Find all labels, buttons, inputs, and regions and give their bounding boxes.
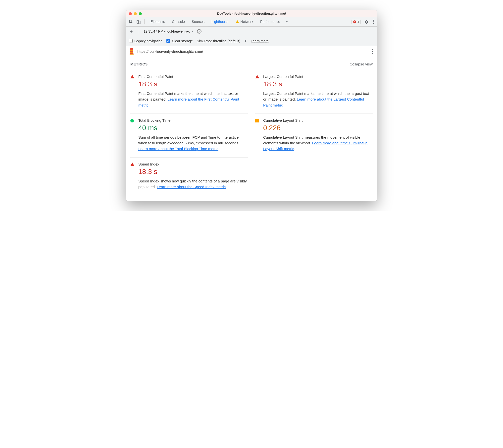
metric-title: Cumulative Layout Shift	[263, 118, 373, 122]
url-row: https://foul-heavenly-direction.glitch.m…	[126, 46, 377, 57]
pass-icon	[130, 119, 134, 122]
average-icon	[255, 119, 259, 122]
clear-storage-label: Clear storage	[172, 39, 193, 43]
devtools-window: DevTools - foul-heavenly-direction.glitc…	[126, 10, 377, 201]
panel-tabs: Elements Console Sources Lighthouse Netw…	[147, 17, 290, 26]
metric-value: 18.3 s	[138, 80, 248, 88]
main-toolbar: Elements Console Sources Lighthouse Netw…	[126, 17, 377, 27]
warning-icon	[236, 20, 239, 23]
legacy-navigation-checkbox[interactable]: Legacy navigation	[129, 39, 162, 43]
device-toggle-icon[interactable]	[135, 19, 142, 25]
tab-elements[interactable]: Elements	[147, 17, 168, 26]
maximize-button[interactable]	[139, 12, 142, 15]
chevron-down-icon: ▼	[192, 30, 194, 33]
fail-icon	[255, 75, 259, 78]
error-count: 4	[357, 20, 359, 24]
metric-fcp: First Contentful Paint 18.3 s First Cont…	[130, 70, 248, 113]
metric-title: Speed Index	[138, 162, 248, 166]
metric-title: Largest Contentful Paint	[263, 74, 373, 79]
window-title: DevTools - foul-heavenly-direction.glitc…	[126, 12, 377, 15]
minimize-button[interactable]	[134, 12, 137, 15]
section-title: METRICS	[130, 62, 148, 66]
metric-title: Total Blocking Time	[138, 118, 248, 122]
settings-icon[interactable]	[363, 19, 370, 25]
metrics-section: METRICS Collapse view First Contentful P…	[126, 57, 377, 201]
metric-description: First Contentful Paint marks the time at…	[138, 91, 248, 108]
metric-si: Speed Index 18.3 s Speed Index shows how…	[130, 157, 248, 195]
legacy-label: Legacy navigation	[134, 39, 162, 43]
error-icon: ✕	[353, 20, 356, 23]
more-menu-icon[interactable]	[372, 19, 375, 25]
chevron-down-icon[interactable]: ▼	[244, 40, 247, 42]
tab-performance[interactable]: Performance	[257, 17, 284, 26]
metric-title: First Contentful Paint	[138, 74, 248, 79]
metric-description: Cumulative Layout Shift measures the mov…	[263, 134, 373, 152]
collapse-view-button[interactable]: Collapse view	[350, 62, 373, 66]
metric-value: 40 ms	[138, 124, 248, 132]
metric-tbt: Total Blocking Time 40 ms Sum of all tim…	[130, 113, 248, 157]
metric-lcp: Largest Contentful Paint 18.3 s Largest …	[255, 70, 373, 113]
lighthouse-icon	[129, 48, 134, 55]
metric-value: 18.3 s	[138, 168, 248, 176]
traffic-lights	[129, 12, 142, 15]
error-count-badge[interactable]: ✕ 4	[352, 20, 361, 24]
metric-description: Sum of all time periods between FCP and …	[138, 134, 248, 152]
learn-more-link[interactable]: Learn more	[251, 39, 269, 43]
tab-network-label: Network	[241, 20, 253, 24]
metric-description: Speed Index shows how quickly the conten…	[138, 178, 248, 190]
clear-report-icon[interactable]	[197, 29, 201, 34]
report-url: https://foul-heavenly-direction.glitch.m…	[137, 49, 203, 54]
metric-link[interactable]: Learn more about the Total Blocking Time…	[138, 147, 218, 151]
lighthouse-subbar: ＋ 12:35:47 PM - foul-heavenly-c ▼	[126, 27, 377, 36]
metric-description: Largest Contentful Paint marks the time …	[263, 91, 373, 108]
report-dropdown[interactable]: 12:35:47 PM - foul-heavenly-c ▼	[144, 29, 194, 33]
tab-lighthouse[interactable]: Lighthouse	[208, 17, 232, 26]
titlebar: DevTools - foul-heavenly-direction.glitc…	[126, 10, 377, 17]
metric-value: 0.226	[263, 124, 373, 132]
clear-storage-checkbox-input[interactable]	[166, 39, 170, 43]
svg-rect-2	[138, 21, 140, 24]
divider	[139, 29, 139, 34]
metric-value: 18.3 s	[263, 80, 373, 88]
tab-console[interactable]: Console	[168, 17, 188, 26]
fail-icon	[130, 163, 134, 166]
metric-cls: Cumulative Layout Shift 0.226 Cumulative…	[255, 113, 373, 157]
metric-link[interactable]: Learn more about the Speed Index metric	[157, 185, 226, 189]
divider	[144, 19, 145, 24]
tabs-overflow-icon[interactable]: »	[284, 17, 290, 26]
fail-icon	[130, 75, 134, 78]
clear-storage-checkbox[interactable]: Clear storage	[166, 39, 193, 43]
tab-network[interactable]: Network	[232, 17, 257, 26]
new-report-button[interactable]: ＋	[128, 28, 134, 34]
report-menu-icon[interactable]	[371, 48, 374, 55]
tab-sources[interactable]: Sources	[188, 17, 208, 26]
lighthouse-options: Legacy navigation Clear storage Simulate…	[126, 36, 377, 46]
legacy-checkbox-input[interactable]	[129, 39, 133, 43]
inspect-element-icon[interactable]	[128, 19, 134, 25]
throttling-label: Simulated throttling (default)	[197, 39, 240, 43]
report-label: 12:35:47 PM - foul-heavenly-c	[144, 29, 190, 33]
close-button[interactable]	[129, 12, 132, 15]
